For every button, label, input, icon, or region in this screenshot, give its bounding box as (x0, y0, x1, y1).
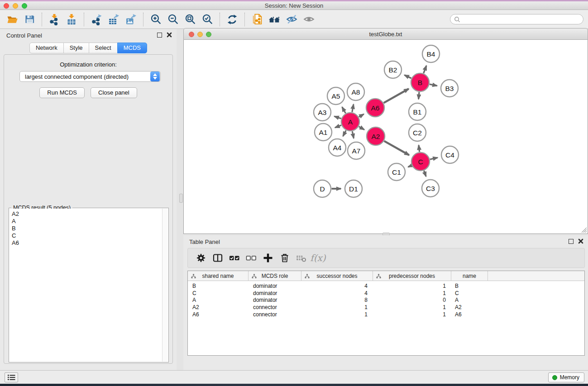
import-network-from-file-icon[interactable] (46, 11, 63, 28)
add-column-icon[interactable] (259, 250, 276, 266)
graph-node-label-B2: B2 (389, 66, 397, 74)
graph-edge-C-C2[interactable] (419, 145, 420, 152)
export-table-icon[interactable] (105, 11, 122, 28)
panel-divider-handle-left[interactable] (179, 194, 183, 203)
save-session-icon[interactable] (21, 11, 38, 28)
node-table-body: Bdominator41BCdominator41CAdominator80AA… (188, 282, 584, 318)
float-panel-icon[interactable] (157, 33, 162, 38)
function-builder-icon[interactable]: f(x) (310, 250, 326, 266)
close-panel-button[interactable]: Close panel (91, 87, 137, 98)
show-all-networks-icon[interactable] (266, 11, 283, 28)
mcds-result-list[interactable]: A2ABCA6 (10, 209, 162, 362)
mcds-result-item[interactable]: A6 (12, 239, 162, 247)
column-header-label: predecessor nodes (373, 273, 451, 279)
table-cell: connector (249, 311, 301, 318)
graph-edge-B-B1[interactable] (419, 92, 419, 99)
column-header[interactable]: MCDS role (249, 271, 301, 281)
network-window-title: testGlobe.txt (184, 31, 588, 38)
open-file-icon[interactable] (4, 11, 21, 28)
mcds-result-item[interactable]: C (12, 232, 162, 239)
criterion-dropdown[interactable]: largest connected component (directed) (19, 71, 161, 82)
destroy-table-icon[interactable] (293, 250, 310, 266)
graph-edge-A6-B[interactable] (384, 89, 409, 103)
table-options-icon[interactable] (192, 250, 209, 266)
tab-select[interactable]: Select (89, 43, 118, 53)
graph-node-label-B1: B1 (413, 108, 422, 116)
mcds-result-scrollbar[interactable] (162, 209, 168, 362)
network-window-titlebar[interactable]: testGlobe.txt (183, 28, 588, 40)
search-field[interactable] (450, 14, 583, 24)
refresh-view-icon[interactable] (224, 11, 241, 28)
network-canvas[interactable]: B4B2BB3A8A5A6B1A3AA1C2A2A4A7C4CC1C3DD1 (183, 40, 588, 234)
graph-edge-A-A8[interactable] (352, 105, 354, 112)
control-panel: Control Panel Network Style Select MCDS (0, 29, 177, 370)
tab-network[interactable]: Network (29, 43, 64, 53)
table-row[interactable]: A2connector11A2 (188, 304, 584, 311)
table-cell: 1 (373, 290, 451, 296)
close-table-panel-icon[interactable] (578, 238, 583, 244)
criterion-value: largest connected component (directed) (20, 73, 150, 80)
table-row[interactable]: Adominator80A (188, 297, 584, 304)
graph-edge-A-A1[interactable] (335, 125, 341, 128)
graph-edge-A-A3[interactable] (335, 116, 341, 119)
table-cell: 8 (301, 297, 373, 303)
search-input[interactable] (460, 15, 583, 24)
memory-button[interactable]: Memory (548, 372, 584, 382)
graph-edge-A-A7[interactable] (352, 131, 354, 138)
graph-edge-A2-C[interactable] (384, 141, 409, 155)
hide-graphics-details-icon[interactable] (283, 11, 300, 28)
graph-edge-A-A5[interactable] (342, 107, 346, 113)
task-history-button[interactable] (5, 372, 18, 382)
graph-edge-B-B2[interactable] (404, 75, 411, 78)
graph-edge-C-C4[interactable] (430, 157, 438, 159)
zoom-selected-icon[interactable] (199, 11, 216, 28)
close-panel-icon[interactable] (167, 32, 172, 38)
window-resize-grip[interactable] (580, 226, 587, 233)
table-row[interactable]: Bdominator41B (188, 282, 584, 290)
float-table-panel-icon[interactable] (569, 239, 574, 244)
new-network-from-file-icon[interactable] (249, 11, 266, 28)
table-cell: dominator (249, 297, 301, 303)
graph-edge-C-C3[interactable] (424, 171, 426, 176)
table-cell: 1 (373, 283, 451, 289)
mcds-result-item[interactable]: A (12, 218, 162, 225)
graph-node-label-A: A (348, 118, 353, 126)
delete-columns-icon[interactable] (276, 250, 293, 266)
column-header[interactable]: name (451, 271, 488, 281)
graph-edge-A-A4[interactable] (343, 130, 346, 136)
run-mcds-button[interactable]: Run MCDS (39, 87, 85, 98)
export-image-icon[interactable] (122, 11, 139, 28)
search-icon (454, 16, 460, 23)
column-header[interactable]: predecessor nodes (373, 271, 451, 281)
select-all-rows-icon[interactable] (226, 250, 243, 266)
mcds-result-item[interactable]: A2 (12, 210, 162, 218)
graph-node-label-C3: C3 (426, 185, 435, 192)
graph-edge-B-B3[interactable] (430, 84, 437, 86)
show-graphics-details-icon[interactable] (300, 11, 317, 28)
graph-edge-A-A6[interactable] (359, 114, 364, 117)
zoom-in-icon[interactable] (147, 11, 164, 28)
column-header-label: successor nodes (301, 273, 373, 279)
toolbar-separator (143, 13, 143, 26)
criterion-label: Optimization criterion: (4, 61, 172, 68)
zoom-out-icon[interactable] (164, 11, 182, 28)
graph-edge-B-B4[interactable] (424, 66, 426, 73)
column-header[interactable]: shared name (188, 271, 249, 281)
tab-style[interactable]: Style (63, 43, 89, 53)
import-table-from-file-icon[interactable] (63, 11, 80, 28)
table-row[interactable]: A6connector11A6 (188, 311, 584, 318)
export-network-icon[interactable] (88, 11, 105, 28)
tab-mcds[interactable]: MCDS (117, 43, 147, 53)
column-header[interactable]: successor nodes (301, 271, 373, 281)
graph-edge-A-A2[interactable] (359, 127, 364, 130)
toggle-column-display-icon[interactable] (209, 250, 226, 266)
zoom-fit-icon[interactable] (182, 11, 199, 28)
graph-edge-C-C1[interactable] (408, 166, 412, 167)
graph-node-label-B4: B4 (427, 50, 435, 58)
deselect-all-rows-icon[interactable] (243, 250, 259, 266)
mcds-result-item[interactable]: B (12, 225, 162, 232)
graph-node-label-D1: D1 (349, 185, 358, 193)
graph-node-label-B: B (418, 79, 422, 86)
table-cell: A (451, 297, 488, 303)
table-row[interactable]: Cdominator41C (188, 290, 584, 297)
